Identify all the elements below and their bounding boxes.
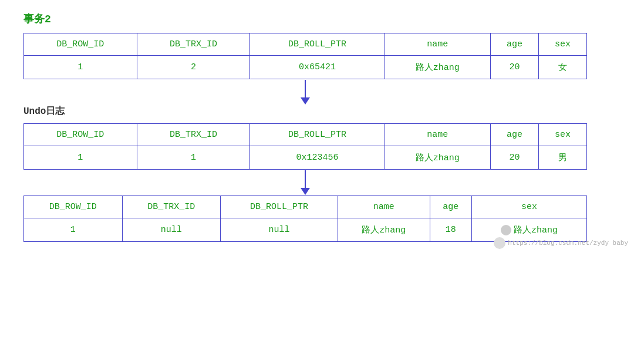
undo1-header-db-roll-ptr: DB_ROLL_PTR (250, 124, 385, 146)
undo2-cell-age: 18 (430, 218, 471, 242)
undo1-cell-db-row-id: 1 (24, 146, 137, 170)
undo1-header-age: age (491, 124, 539, 146)
undo2-sex-watermark-overlay: 路人zhang (476, 224, 583, 235)
undo-table1-header-row: DB_ROW_ID DB_TRX_ID DB_ROLL_PTR name age… (24, 124, 587, 146)
undo-table2-header-row: DB_ROW_ID DB_TRX_ID DB_ROLL_PTR name age… (24, 196, 587, 218)
watermark-url: https://blog.csdn.net/zydy baby (508, 240, 628, 247)
cell-db-row-id: 1 (24, 56, 137, 79)
undo2-cell-db-trx-id: null (122, 218, 221, 242)
arrow1-container (23, 79, 587, 105)
table-header-row: DB_ROW_ID DB_TRX_ID DB_ROLL_PTR name age… (24, 33, 587, 56)
watermark: https://blog.csdn.net/zydy baby (494, 237, 628, 249)
undo2-header-age: age (430, 196, 471, 218)
cell-sex: 女 (538, 56, 586, 79)
undo-table2: DB_ROW_ID DB_TRX_ID DB_ROLL_PTR name age… (23, 196, 587, 242)
table-row: 1 2 0x65421 路人zhang 20 女 (24, 56, 587, 79)
arrow1-head (301, 97, 310, 105)
header-name: name (385, 33, 490, 56)
header-sex: sex (538, 33, 586, 56)
undo2-header-db-roll-ptr: DB_ROLL_PTR (221, 196, 338, 218)
transaction2-title: 事务2 (23, 12, 611, 26)
cell-age: 20 (491, 56, 539, 79)
arrow2-line (305, 170, 306, 188)
undo1-header-sex: sex (538, 124, 586, 146)
watermark-icon (494, 237, 505, 249)
cell-db-roll-ptr: 0x65421 (250, 56, 385, 79)
undo-table1: DB_ROW_ID DB_TRX_ID DB_ROLL_PTR name age… (23, 123, 587, 170)
undo1-cell-db-trx-id: 1 (137, 146, 250, 170)
arrow2 (301, 170, 310, 195)
header-db-row-id: DB_ROW_ID (24, 33, 137, 56)
undo2-cell-db-roll-ptr: null (221, 218, 338, 242)
table-row: 1 1 0x123456 路人zhang 20 男 (24, 146, 587, 170)
undo2-header-db-trx-id: DB_TRX_ID (122, 196, 221, 218)
undo2-header-sex: sex (471, 196, 586, 218)
arrow1-line (305, 80, 306, 97)
undo1-cell-db-roll-ptr: 0x123456 (250, 146, 385, 170)
header-db-trx-id: DB_TRX_ID (137, 33, 250, 56)
undo1-cell-name: 路人zhang (385, 146, 490, 170)
cell-name: 路人zhang (385, 56, 490, 79)
arrow1 (301, 80, 310, 105)
undo-title: Undo日志 (23, 105, 611, 117)
undo2-cell-name: 路人zhang (338, 218, 430, 242)
undo2-cell-db-row-id: 1 (24, 218, 123, 242)
undo1-header-name: name (385, 124, 490, 146)
undo1-cell-age: 20 (491, 146, 539, 170)
arrow2-container (23, 170, 587, 196)
undo1-header-db-trx-id: DB_TRX_ID (137, 124, 250, 146)
header-age: age (491, 33, 539, 56)
main-container: 事务2 DB_ROW_ID DB_TRX_ID DB_ROLL_PTR name… (0, 0, 634, 254)
undo1-header-db-row-id: DB_ROW_ID (24, 124, 137, 146)
undo2-header-name: name (338, 196, 430, 218)
transaction2-table: DB_ROW_ID DB_TRX_ID DB_ROLL_PTR name age… (23, 33, 587, 79)
cell-db-trx-id: 2 (137, 56, 250, 79)
arrow2-head (301, 188, 310, 195)
undo1-cell-sex: 男 (538, 146, 586, 170)
undo2-header-db-row-id: DB_ROW_ID (24, 196, 123, 218)
header-db-roll-ptr: DB_ROLL_PTR (250, 33, 385, 56)
